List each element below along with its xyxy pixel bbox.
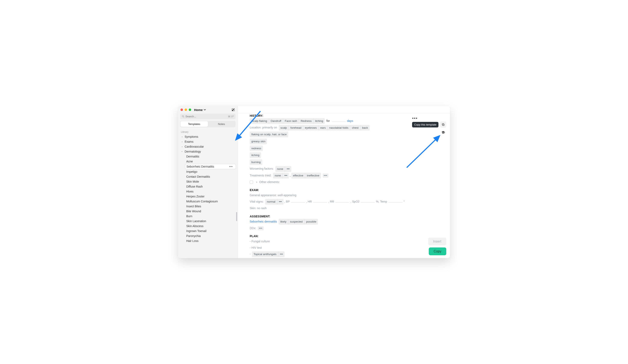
tab-notes[interactable]: Notes — [208, 121, 235, 127]
chief-option[interactable]: Redness — [299, 118, 313, 124]
symptom-pill[interactable]: redness — [250, 146, 263, 151]
assessment-heading: ASSESSMENT: — [250, 215, 438, 218]
temp-blank[interactable] — [388, 200, 402, 203]
symptom-pill[interactable]: greasy skin — [250, 139, 267, 144]
dx-link[interactable]: Seborrheic dermatitis — [250, 220, 277, 223]
tree-leaf[interactable]: Hives — [185, 189, 236, 194]
insert-button[interactable]: Insert — [428, 238, 446, 245]
location-option[interactable]: eyebrows — [303, 125, 318, 131]
location-option[interactable]: nasolabial folds — [327, 125, 350, 131]
duration-blank[interactable] — [332, 119, 346, 122]
chief-complaint-options[interactable]: Scalp flakingDandruffFace rashRednessitc… — [250, 118, 325, 124]
scrollbar-thumb[interactable] — [236, 212, 237, 221]
close-window-icon[interactable] — [180, 109, 183, 111]
more-options-icon[interactable]: ••• — [323, 174, 329, 178]
treatments-pill[interactable]: none ••• — [273, 173, 289, 179]
tree-leaf[interactable]: Acne — [185, 159, 236, 164]
chief-option[interactable]: Dandruff — [269, 118, 283, 124]
chief-option[interactable]: itching — [313, 118, 325, 124]
copy-template-button[interactable] — [440, 121, 446, 128]
rr-blank[interactable] — [335, 200, 349, 203]
tree-leaf-label: Acne — [186, 160, 193, 163]
location-options[interactable]: scalpforeheadeyebrowsearsnasolabial fold… — [279, 125, 370, 131]
hr-blank[interactable] — [313, 200, 327, 203]
outcome-option[interactable]: ineffective — [305, 173, 321, 179]
spo2-blank[interactable] — [361, 200, 375, 203]
tree-leaf[interactable]: Contact Dermatitis — [185, 174, 236, 179]
outcome-option[interactable]: effective — [291, 173, 305, 179]
tree-group-exams[interactable]: › Exams — [178, 139, 237, 144]
symptom-pill[interactable]: flaking on scalp, hair, or face — [250, 131, 288, 137]
worsening-line: Worsening factors: none ••• — [250, 166, 438, 172]
tree-group-dermatology-children: DermatitisAcneSeborrheic Dermatitis•••Im… — [178, 154, 237, 243]
symptom-pill[interactable]: burning — [250, 159, 262, 165]
treatments-line: Treatments tried: none ••• , effectivein… — [250, 173, 438, 179]
location-option[interactable]: forehead — [288, 125, 303, 131]
tree-leaf[interactable]: Impetigo — [185, 169, 236, 174]
tree-leaf[interactable]: Dermatitis — [185, 154, 236, 159]
tree-leaf-label: Paronychia — [186, 234, 201, 238]
fullscreen-window-icon[interactable] — [189, 109, 191, 111]
checkbox-icon[interactable] — [250, 181, 253, 184]
qualifier-option[interactable]: possible — [304, 219, 318, 225]
svg-rect-2 — [443, 124, 444, 125]
worsening-pill[interactable]: none ••• — [275, 166, 291, 172]
plan-pill-group[interactable]: Topical antifungals••• — [252, 251, 285, 257]
home-dropdown[interactable]: Home — [194, 108, 206, 112]
location-option[interactable]: back — [360, 125, 370, 131]
tree-leaf[interactable]: Herpes Zoster — [185, 194, 236, 199]
more-options-icon[interactable]: ••• — [277, 199, 284, 205]
tree-leaf[interactable]: Bite Wound — [185, 209, 236, 214]
qualifier-option[interactable]: suspected — [288, 219, 304, 225]
tree-leaf[interactable]: Paronychia — [185, 234, 236, 239]
tab-templates[interactable]: Templates — [180, 121, 208, 127]
tree-group-label: Cardiovascular — [185, 145, 204, 148]
library-header: Library — [178, 129, 237, 134]
plan-item-disabled: - HIV test — [250, 245, 438, 250]
more-menu-icon[interactable]: ••• — [412, 116, 446, 120]
tree-leaf[interactable]: Skin Mole — [185, 179, 236, 184]
location-option[interactable]: ears — [318, 125, 327, 131]
tree-leaf[interactable]: Seborrheic Dermatitis••• — [185, 164, 236, 169]
tree-leaf-label: Seborrheic Dermatitis — [186, 165, 214, 168]
search-input[interactable] — [185, 115, 228, 118]
chief-option[interactable]: Scalp flaking — [250, 118, 269, 124]
vitals-pill[interactable]: normal ••• — [265, 199, 283, 205]
education-button[interactable] — [440, 129, 446, 135]
more-options-icon[interactable]: ••• — [278, 251, 285, 257]
tree-group-cardiovascular[interactable]: › Cardiovascular — [178, 144, 237, 149]
more-options-icon[interactable]: ••• — [258, 226, 264, 230]
tree-group-label: Symptoms — [185, 135, 198, 138]
other-elements-line[interactable]: › Other elements: — [250, 179, 438, 185]
more-options-icon[interactable]: ••• — [283, 173, 289, 179]
minimize-window-icon[interactable] — [185, 109, 187, 111]
location-option[interactable]: chest — [350, 125, 360, 131]
tree-leaf[interactable]: Insect Bites — [185, 204, 236, 209]
tree-leaf[interactable]: Hair Loss — [185, 239, 236, 243]
symptom-pill[interactable]: itching — [250, 152, 261, 158]
dx-qualifiers[interactable]: likelysuspectedpossible — [279, 219, 318, 225]
days-link[interactable]: days — [347, 119, 353, 122]
treatment-outcomes[interactable]: effectiveineffective — [291, 173, 321, 179]
tree-leaf-label: Bite Wound — [186, 210, 201, 213]
location-option[interactable]: scalp — [279, 125, 289, 131]
tree-group-dermatology[interactable]: › Dermatology — [178, 149, 237, 154]
tree-leaf[interactable]: Skin Laceration — [185, 219, 236, 224]
tree-leaf[interactable]: Burn — [185, 214, 236, 219]
tree-leaf-label: Skin Abscess — [186, 224, 203, 228]
bp-blank[interactable] — [291, 200, 305, 203]
search-input-wrap[interactable]: ⌘⇧F — [180, 114, 236, 119]
chief-option[interactable]: Face rash — [283, 118, 299, 124]
copy-button[interactable]: Copy — [429, 247, 446, 255]
compose-icon[interactable] — [231, 108, 235, 112]
more-options-icon[interactable]: ••• — [283, 258, 289, 258]
tree-leaf[interactable]: Diffuse Rash — [185, 184, 236, 189]
plan-pill-group[interactable]: Topical corticosteroids••• — [252, 258, 289, 258]
more-options-icon[interactable]: ••• — [228, 165, 234, 168]
qualifier-option[interactable]: likely — [279, 219, 288, 225]
tree-leaf[interactable]: Skin Abscess — [185, 224, 236, 229]
more-options-icon[interactable]: ••• — [285, 166, 291, 172]
tree-leaf[interactable]: Ingrown Toenail — [185, 229, 236, 234]
tree-leaf[interactable]: Molluscum Contagiosum — [185, 199, 236, 204]
tree-group-symptoms[interactable]: › Symptoms — [178, 134, 237, 139]
